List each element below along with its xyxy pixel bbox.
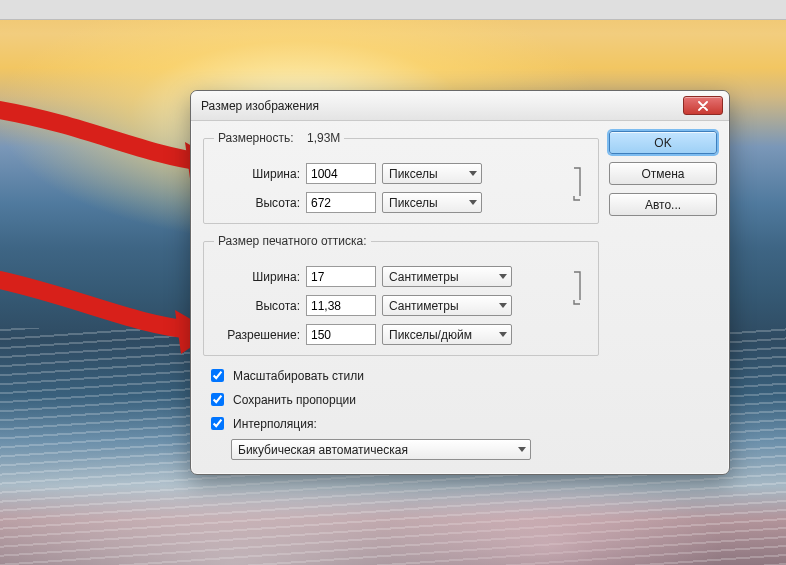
close-icon bbox=[698, 101, 708, 111]
interpolation-method-value: Бикубическая автоматическая bbox=[238, 443, 408, 457]
pixel-dimensions-legend: Размерность: 1,93M bbox=[214, 131, 344, 145]
interpolation-checkbox-row[interactable]: Интерполяция: bbox=[207, 414, 599, 433]
px-width-unit-select[interactable]: Пикселы bbox=[382, 163, 482, 184]
px-height-input[interactable] bbox=[306, 192, 376, 213]
print-size-legend: Размер печатного оттиска: bbox=[214, 234, 371, 248]
ok-button[interactable]: OK bbox=[609, 131, 717, 154]
dialog-title: Размер изображения bbox=[201, 99, 319, 113]
print-height-unit-value: Сантиметры bbox=[389, 299, 459, 313]
interpolation-checkbox[interactable] bbox=[211, 417, 224, 430]
chevron-down-icon bbox=[518, 447, 526, 452]
print-height-label: Высота: bbox=[214, 299, 300, 313]
options-area: Масштабировать стили Сохранить пропорции… bbox=[207, 366, 599, 460]
px-height-label: Высота: bbox=[214, 196, 300, 210]
resolution-label: Разрешение: bbox=[214, 328, 300, 342]
print-width-input[interactable] bbox=[306, 266, 376, 287]
px-width-unit-value: Пикселы bbox=[389, 167, 438, 181]
chevron-down-icon bbox=[469, 200, 477, 205]
link-icon[interactable] bbox=[570, 268, 588, 308]
scale-styles-checkbox[interactable] bbox=[211, 369, 224, 382]
chevron-down-icon bbox=[499, 274, 507, 279]
px-width-label: Ширина: bbox=[214, 167, 300, 181]
resolution-input[interactable] bbox=[306, 324, 376, 345]
pixel-dimensions-group: Размерность: 1,93M Ширина: Пикселы bbox=[203, 131, 599, 224]
interpolation-label: Интерполяция: bbox=[233, 417, 317, 431]
resolution-unit-value: Пикселы/дюйм bbox=[389, 328, 472, 342]
dimensions-legend-label: Размерность: bbox=[218, 131, 294, 145]
print-width-label: Ширина: bbox=[214, 270, 300, 284]
close-button[interactable] bbox=[683, 96, 723, 115]
interpolation-method-select[interactable]: Бикубическая автоматическая bbox=[231, 439, 531, 460]
px-width-input[interactable] bbox=[306, 163, 376, 184]
chevron-down-icon bbox=[469, 171, 477, 176]
keep-proportions-checkbox-row[interactable]: Сохранить пропорции bbox=[207, 390, 599, 409]
scale-styles-checkbox-row[interactable]: Масштабировать стили bbox=[207, 366, 599, 385]
chevron-down-icon bbox=[499, 303, 507, 308]
keep-proportions-label: Сохранить пропорции bbox=[233, 393, 356, 407]
chevron-down-icon bbox=[499, 332, 507, 337]
print-height-unit-select[interactable]: Сантиметры bbox=[382, 295, 512, 316]
px-height-unit-value: Пикселы bbox=[389, 196, 438, 210]
app-toolbar bbox=[0, 0, 786, 20]
scale-styles-label: Масштабировать стили bbox=[233, 369, 364, 383]
print-width-unit-select[interactable]: Сантиметры bbox=[382, 266, 512, 287]
image-size-dialog: Размер изображения Размерность: 1,93M Ши… bbox=[190, 90, 730, 475]
print-size-group: Размер печатного оттиска: Ширина: Сантим… bbox=[203, 234, 599, 356]
print-height-input[interactable] bbox=[306, 295, 376, 316]
cancel-button[interactable]: Отмена bbox=[609, 162, 717, 185]
link-icon[interactable] bbox=[570, 164, 588, 204]
auto-button[interactable]: Авто... bbox=[609, 193, 717, 216]
keep-proportions-checkbox[interactable] bbox=[211, 393, 224, 406]
print-width-unit-value: Сантиметры bbox=[389, 270, 459, 284]
dimensions-size-value: 1,93M bbox=[307, 131, 340, 145]
resolution-unit-select[interactable]: Пикселы/дюйм bbox=[382, 324, 512, 345]
dialog-titlebar[interactable]: Размер изображения bbox=[191, 91, 729, 121]
px-height-unit-select[interactable]: Пикселы bbox=[382, 192, 482, 213]
